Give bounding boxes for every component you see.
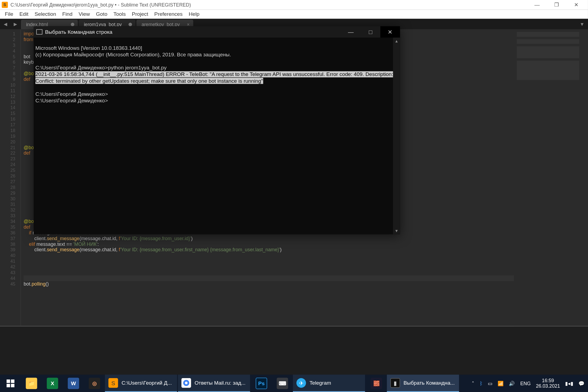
sublime-icon: S <box>108 378 118 388</box>
nav-back-icon[interactable]: ◄ <box>3 21 8 27</box>
discord-button[interactable]: ⌨ <box>272 375 293 392</box>
chrome-icon <box>181 378 191 388</box>
cmd-maximize-button[interactable]: □ <box>361 26 380 38</box>
dirty-dot-icon <box>71 23 74 26</box>
scroll-up-icon[interactable]: ▲ <box>393 38 400 45</box>
close-button[interactable]: ✕ <box>566 0 586 10</box>
editor-scrollbar[interactable] <box>582 29 588 326</box>
svg-rect-2 <box>7 384 10 387</box>
start-button[interactable] <box>0 375 21 392</box>
menu-find[interactable]: Find <box>59 10 75 19</box>
menu-preferences[interactable]: Preferences <box>151 10 186 19</box>
cmd-titlebar[interactable]: Выбрать Командная строка — □ ✕ <box>34 26 400 38</box>
menu-project[interactable]: Project <box>129 10 151 19</box>
bluetooth-icon[interactable]: ᛒ <box>480 381 483 386</box>
cmd-close-button[interactable]: ✕ <box>380 26 400 38</box>
excel-button[interactable]: X <box>42 375 63 392</box>
svg-rect-1 <box>11 379 14 383</box>
svg-rect-0 <box>7 379 10 383</box>
menu-help[interactable]: Help <box>186 10 203 19</box>
telegram-icon: ✈ <box>296 378 306 388</box>
menu-selection[interactable]: Selection <box>32 10 59 19</box>
cmd-scrollbar[interactable]: ▲ ▼ <box>393 38 400 234</box>
cmd-error-highlight: 2021-03-26 16:58:34,744 (__init__.py:515… <box>35 71 394 84</box>
task-chrome[interactable]: Ответы Mail.ru: зад... <box>178 375 250 392</box>
battery-icon[interactable]: ▭ <box>488 381 492 386</box>
cmd-title: Выбрать Командная строка <box>45 29 112 35</box>
svg-point-5 <box>185 382 188 384</box>
volume-icon[interactable]: 🔊 <box>509 381 515 386</box>
svg-rect-3 <box>11 384 14 387</box>
cmd-body[interactable]: Microsoft Windows [Version 10.0.18363.14… <box>34 38 400 234</box>
ps-button[interactable]: Ps <box>251 375 272 392</box>
task-sublime[interactable]: S C:\Users\Георгий Д... <box>105 375 177 392</box>
dirty-dot-icon <box>128 23 132 26</box>
lang-indicator[interactable]: ENG <box>520 381 531 386</box>
cmd-output: Microsoft Windows [Version 10.0.18363.14… <box>34 38 400 111</box>
wifi-icon[interactable]: 📶 <box>498 381 504 386</box>
windows-icon <box>7 379 14 387</box>
cmd-window[interactable]: Выбрать Командная строка — □ ✕ Microsoft… <box>34 26 400 234</box>
menu-goto[interactable]: Goto <box>93 10 110 19</box>
menu-file[interactable]: File <box>2 10 16 19</box>
taskbar: 📁 X W ◎ S C:\Users\Георгий Д... Ответы M… <box>0 375 588 392</box>
action-center-icon[interactable]: 💬 <box>578 381 584 386</box>
line-gutter: 1234567891011121314151617181920212223242… <box>0 29 21 326</box>
cmd-minimize-button[interactable]: — <box>341 26 361 38</box>
app2-button[interactable]: 🧱 <box>366 375 387 392</box>
minimap[interactable] <box>514 29 582 326</box>
explorer-button[interactable]: 📁 <box>21 375 42 392</box>
scroll-down-icon[interactable]: ▼ <box>393 227 400 234</box>
clock[interactable]: 16:59 26.03.2021 <box>536 378 560 389</box>
menubar: File Edit Selection Find View Goto Tools… <box>0 10 588 19</box>
cmd-task-icon: ▮ <box>390 378 400 388</box>
menu-tools[interactable]: Tools <box>111 10 129 19</box>
titlebar[interactable]: S C:\Users\Георгий Демиденко\jerom1yya_b… <box>0 0 588 10</box>
app-icon: S <box>2 2 8 8</box>
tray-chevron-icon[interactable]: ˄ <box>472 381 474 386</box>
task-cmd[interactable]: ▮ Выбрать Командна... <box>387 375 459 392</box>
app1-button[interactable]: ◎ <box>84 375 105 392</box>
menu-edit[interactable]: Edit <box>16 10 32 19</box>
task-telegram[interactable]: ✈ Telegram <box>293 375 365 392</box>
nav-fwd-icon[interactable]: ► <box>13 21 18 27</box>
maximize-button[interactable]: ❐ <box>547 0 566 10</box>
window-title: C:\Users\Георгий Демиденко\jerom1yya_bot… <box>11 2 191 7</box>
tray-app-icon[interactable]: ▮◂▮ <box>565 381 573 386</box>
menu-view[interactable]: View <box>75 10 93 19</box>
system-tray: ˄ ᛒ ▭ 📶 🔊 ENG 16:59 26.03.2021 ▮◂▮ 💬 <box>468 375 588 392</box>
word-button[interactable]: W <box>63 375 84 392</box>
minimize-button[interactable]: — <box>527 0 547 10</box>
tab-options-icon[interactable]: ▼ <box>580 22 584 27</box>
cmd-icon <box>36 29 42 35</box>
build-panel[interactable] <box>0 326 588 382</box>
